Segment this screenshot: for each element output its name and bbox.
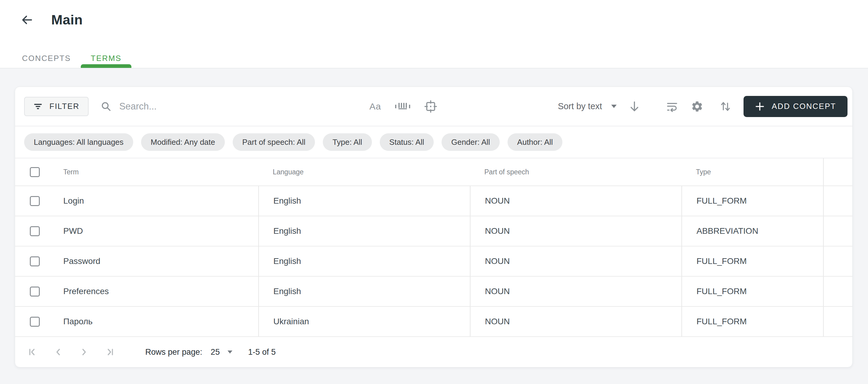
wrap-text-icon <box>666 101 678 112</box>
settings-button[interactable] <box>691 100 704 113</box>
page-title: Main <box>51 12 83 28</box>
tabs: CONCEPTS TERMS <box>12 49 131 68</box>
whole-word-button[interactable] <box>395 101 410 112</box>
chevron-down-icon <box>227 351 232 354</box>
search-field <box>101 101 360 112</box>
previous-page-button[interactable] <box>53 347 63 357</box>
back-button[interactable] <box>20 13 34 27</box>
cell-term: Preferences <box>63 287 109 296</box>
row-gutter <box>823 216 852 246</box>
row-checkbox[interactable] <box>30 196 40 206</box>
table-row[interactable]: Login English NOUN FULL_FORM <box>15 186 852 216</box>
filter-chips-row: Languages: All languages Modified: Any d… <box>15 126 852 158</box>
pagination-range: 1-5 of 5 <box>248 348 276 357</box>
chip-languages[interactable]: Languages: All languages <box>24 133 133 151</box>
column-header-type: Type <box>681 158 823 185</box>
match-case-icon: Aa <box>370 101 381 112</box>
sort-dropdown-label: Sort by text <box>558 101 602 111</box>
table-header-gutter <box>823 158 852 185</box>
tab-concepts[interactable]: CONCEPTS <box>12 49 81 68</box>
pagination-bar: Rows per page: 25 1-5 of 5 <box>15 337 852 367</box>
toolbar: FILTER Aa <box>15 87 852 126</box>
row-gutter <box>823 276 852 306</box>
search-icon <box>101 101 112 112</box>
filter-button[interactable]: FILTER <box>24 97 89 116</box>
cell-language: English <box>258 186 470 216</box>
cell-language: English <box>258 276 470 306</box>
main-area: FILTER Aa <box>0 68 868 384</box>
cell-term: PWD <box>63 226 83 236</box>
row-gutter <box>823 307 852 336</box>
column-header-language: Language <box>258 158 470 185</box>
last-page-button[interactable] <box>105 347 115 357</box>
search-options: Aa <box>370 100 437 113</box>
table-row[interactable]: PWD English NOUN ABBREVIATION <box>15 216 852 246</box>
row-checkbox[interactable] <box>30 257 40 266</box>
import-export-button[interactable] <box>720 100 731 113</box>
cell-type: FULL_FORM <box>681 307 823 336</box>
page-header: Main CONCEPTS TERMS <box>0 0 868 68</box>
chip-modified[interactable]: Modified: Any date <box>141 133 225 151</box>
cell-type: FULL_FORM <box>681 276 823 306</box>
filter-icon <box>33 102 43 111</box>
sort-dropdown[interactable]: Sort by text <box>558 101 617 111</box>
row-gutter <box>823 186 852 216</box>
sort-direction-button[interactable] <box>629 100 640 113</box>
cell-part-of-speech: NOUN <box>470 246 681 276</box>
add-concept-label: ADD CONCEPT <box>772 102 836 111</box>
row-checkbox[interactable] <box>30 317 40 327</box>
search-input[interactable] <box>119 101 360 112</box>
tab-concepts-label: CONCEPTS <box>22 54 71 63</box>
cell-term: Password <box>63 257 100 266</box>
plus-icon <box>755 102 765 111</box>
filter-button-label: FILTER <box>50 102 80 111</box>
gear-icon <box>691 100 704 113</box>
cell-language: Ukrainian <box>258 307 470 336</box>
cell-part-of-speech: NOUN <box>470 276 681 306</box>
first-page-button[interactable] <box>27 347 37 357</box>
match-case-button[interactable]: Aa <box>370 101 381 112</box>
select-all-checkbox[interactable] <box>30 167 40 177</box>
wrap-text-button[interactable] <box>666 101 678 112</box>
row-checkbox[interactable] <box>30 287 40 297</box>
arrow-down-icon <box>629 100 640 113</box>
cell-type: ABBREVIATION <box>681 216 823 246</box>
terms-card: FILTER Aa <box>15 87 852 367</box>
add-concept-button[interactable]: ADD CONCEPT <box>744 96 847 117</box>
chip-status[interactable]: Status: All <box>380 133 434 151</box>
chip-author[interactable]: Author: All <box>507 133 563 151</box>
focus-frame-icon <box>424 100 437 113</box>
column-header-term: Term <box>63 168 79 176</box>
toolbar-right: Sort by text <box>558 96 847 117</box>
cell-part-of-speech: NOUN <box>470 186 681 216</box>
cell-language: English <box>258 216 470 246</box>
column-header-part-of-speech: Part of speech <box>470 158 681 185</box>
tab-terms-label: TERMS <box>91 54 121 63</box>
cell-part-of-speech: NOUN <box>470 307 681 336</box>
row-checkbox[interactable] <box>30 226 40 236</box>
rows-per-page-label: Rows per page: <box>145 348 202 357</box>
rows-per-page-select[interactable]: 25 <box>211 348 232 357</box>
cell-term: Пароль <box>63 317 93 326</box>
next-page-button[interactable] <box>79 347 89 357</box>
table-row[interactable]: Password English NOUN FULL_FORM <box>15 246 852 276</box>
exact-selection-button[interactable] <box>424 100 437 113</box>
cell-type: FULL_FORM <box>681 246 823 276</box>
tab-terms[interactable]: TERMS <box>81 49 131 68</box>
arrows-up-down-icon <box>720 100 731 113</box>
arrow-back-icon <box>21 13 34 27</box>
table-header: Term Language Part of speech Type <box>15 158 852 186</box>
chip-type[interactable]: Type: All <box>323 133 372 151</box>
cell-language: English <box>258 246 470 276</box>
row-gutter <box>823 246 852 276</box>
whole-word-icon <box>395 101 410 112</box>
rows-per-page-value: 25 <box>211 348 220 357</box>
table-row[interactable]: Preferences English NOUN FULL_FORM <box>15 276 852 307</box>
cell-term: Login <box>63 196 84 206</box>
chip-part-of-speech[interactable]: Part of speech: All <box>233 133 315 151</box>
chip-gender[interactable]: Gender: All <box>441 133 500 151</box>
cell-type: FULL_FORM <box>681 186 823 216</box>
cell-part-of-speech: NOUN <box>470 216 681 246</box>
chevron-down-icon <box>611 105 617 108</box>
table-row[interactable]: Пароль Ukrainian NOUN FULL_FORM <box>15 307 852 337</box>
